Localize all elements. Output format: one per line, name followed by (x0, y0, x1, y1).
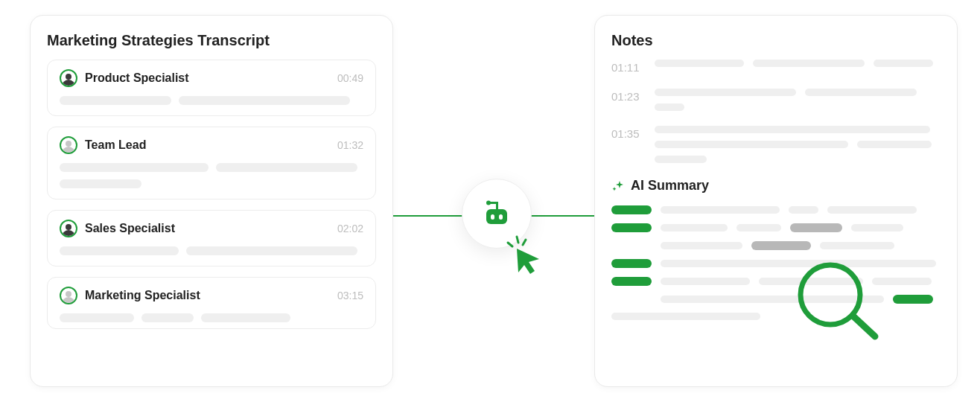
text-placeholder (60, 246, 363, 255)
notes-panel: Notes 01:11 01:23 01:35 (594, 15, 958, 387)
ai-summary-title: AI Summary (631, 178, 709, 194)
sparkle-icon (611, 179, 625, 193)
transcript-entry[interactable]: Product Specialist 00:49 (47, 60, 376, 116)
text-placeholder (655, 126, 941, 163)
timestamp: 01:35 (611, 126, 641, 163)
cursor-click-icon (502, 234, 544, 278)
speaker-name: Marketing Specialist (85, 289, 200, 302)
svg-line-6 (517, 237, 518, 243)
svg-rect-0 (486, 209, 507, 224)
note-row[interactable]: 01:35 (611, 126, 941, 163)
timestamp: 00:49 (337, 72, 363, 84)
timestamp: 03:15 (337, 290, 363, 301)
svg-rect-2 (499, 214, 503, 220)
transcript-entry[interactable]: Sales Specialist 02:02 (47, 210, 376, 266)
transcript-title: Marketing Strategies Transcript (47, 32, 376, 49)
transcript-entry[interactable]: Team Lead 01:32 (47, 127, 376, 199)
ai-summary-body (611, 205, 941, 320)
transcript-panel: Marketing Strategies Transcript Product … (30, 15, 393, 387)
speaker-name: Sales Specialist (85, 222, 175, 235)
note-row[interactable]: 01:11 (611, 60, 941, 74)
avatar (60, 69, 77, 87)
bot-icon (479, 196, 515, 231)
text-placeholder (655, 60, 941, 74)
text-placeholder (655, 89, 941, 111)
text-placeholder (60, 313, 363, 322)
speaker-name: Product Specialist (85, 71, 189, 85)
note-row[interactable]: 01:23 (611, 89, 941, 111)
avatar (60, 287, 77, 304)
timestamp: 01:32 (337, 139, 363, 151)
svg-rect-1 (491, 214, 494, 220)
transcript-entry[interactable]: Marketing Specialist 03:15 (47, 277, 376, 329)
notes-title: Notes (611, 32, 941, 49)
avatar (60, 136, 77, 154)
text-placeholder (60, 96, 363, 105)
svg-point-5 (486, 201, 491, 205)
timestamp: 02:02 (337, 223, 363, 234)
timestamp: 01:23 (611, 89, 641, 111)
text-placeholder (60, 163, 363, 188)
avatar (60, 220, 77, 237)
timestamp: 01:11 (611, 60, 641, 74)
speaker-name: Team Lead (85, 138, 146, 152)
svg-rect-3 (496, 203, 498, 209)
svg-line-7 (508, 243, 512, 246)
svg-line-8 (523, 240, 526, 245)
